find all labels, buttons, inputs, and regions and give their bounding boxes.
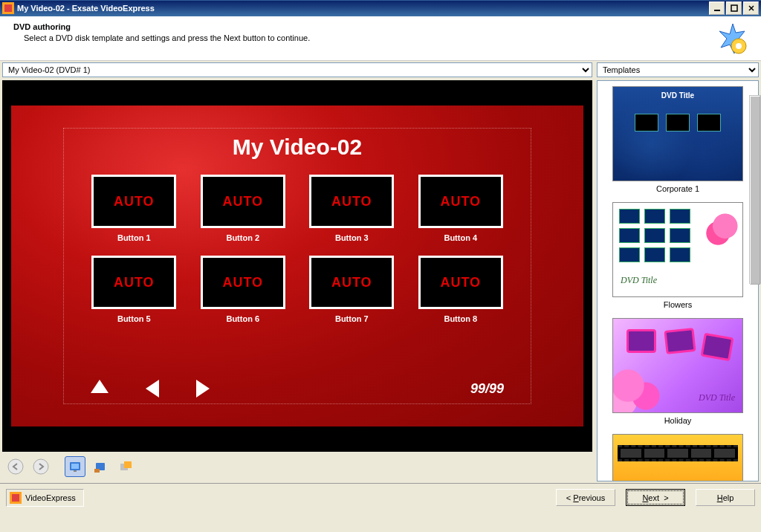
dvd-button[interactable]: AUTO Button 5 [91,256,178,323]
svg-rect-15 [124,461,132,468]
header-description: Select a DVD disk template and settings … [24,33,716,42]
dvd-button[interactable]: AUTO Button 6 [200,256,287,323]
nav-prev-icon[interactable] [146,380,159,398]
dvd-button[interactable]: AUTO Button 8 [418,256,505,323]
svg-point-8 [33,459,48,474]
template-thumb: DVD Title [612,86,743,181]
close-button[interactable] [743,1,759,15]
template-label: Flowers [603,300,753,309]
minimize-button[interactable] [709,1,725,15]
main-panel: My Video-02 (DVD# 1) My Video-02 AUTO Bu… [2,62,592,481]
template-thumb [612,434,743,481]
dvd-button[interactable]: AUTO Button 3 [308,175,395,242]
wizard-header: DVD authoring Select a DVD disk template… [0,16,761,61]
svg-point-7 [8,459,23,474]
nav-next-icon[interactable] [196,380,210,398]
view-mode-2-button[interactable] [90,456,111,477]
footer: VideoExpress < Previous Next > Help [0,483,761,511]
template-item[interactable]: DVD Title Corporate 1 [603,86,753,193]
header-title: DVD authoring [13,22,716,31]
page-indicator: 99/99 [470,381,504,397]
toolbar [2,452,592,481]
dvd-button[interactable]: AUTO Button 2 [200,175,287,242]
taskbar-app-item[interactable]: VideoExpress [6,489,84,507]
maximize-button[interactable] [726,1,742,15]
header-icon [716,22,749,55]
project-select[interactable]: My Video-02 (DVD# 1) [2,62,592,77]
template-item[interactable] [603,434,753,481]
dvd-menu-preview[interactable]: My Video-02 AUTO Button 1 AUTO Button 2 … [11,106,583,426]
svg-rect-3 [731,5,737,11]
svg-rect-1 [4,4,12,12]
template-item[interactable]: DVD Title Flowers [603,202,753,309]
templates-select[interactable]: Templates [597,62,759,77]
templates-panel: Templates DVD Title Corporate 1 [597,62,759,481]
templates-list[interactable]: DVD Title Corporate 1 DVD Title Flowers [597,80,759,481]
svg-rect-13 [94,469,100,473]
svg-rect-10 [71,464,79,469]
dvd-button[interactable]: AUTO Button 7 [308,256,395,323]
svg-rect-11 [74,470,77,472]
dvd-button[interactable]: AUTO Button 4 [418,175,505,242]
template-item[interactable]: DVD Title Holiday [603,318,753,425]
content-area: My Video-02 (DVD# 1) My Video-02 AUTO Bu… [0,61,761,483]
template-thumb: DVD Title [612,202,743,297]
svg-rect-2 [714,10,720,11]
nav-back-button[interactable] [5,456,26,477]
dvd-menu-title: My Video-02 [64,134,531,160]
svg-rect-17 [12,494,19,502]
template-thumb: DVD Title [612,318,743,413]
view-mode-3-button[interactable] [115,456,136,477]
app-icon [2,2,14,14]
preview-area: My Video-02 AUTO Button 1 AUTO Button 2 … [2,80,592,452]
window-title: My Video-02 - Exsate VideoExpress [17,4,709,13]
help-button[interactable]: Help [696,489,755,506]
previous-button[interactable]: < Previous [556,489,615,506]
outer-scrollbar[interactable] [749,95,761,284]
nav-up-icon[interactable] [91,380,109,393]
view-mode-1-button[interactable] [65,456,85,477]
template-label: Corporate 1 [603,184,753,193]
titlebar: My Video-02 - Exsate VideoExpress [0,0,761,16]
template-label: Holiday [603,416,753,425]
next-button[interactable]: Next > [626,489,685,506]
svg-point-6 [736,43,742,49]
dvd-button[interactable]: AUTO Button 1 [91,175,178,242]
nav-forward-button[interactable] [30,456,51,477]
